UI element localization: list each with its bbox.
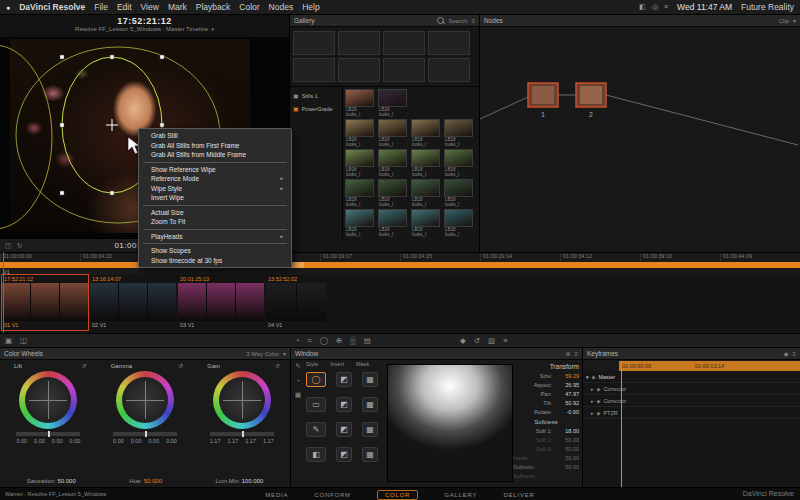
gallery-still[interactable]: LB18looks_I — [345, 149, 376, 177]
app-menu[interactable]: DaVinci Resolve — [19, 2, 85, 12]
gallery-still[interactable]: LB18looks_I — [411, 179, 442, 207]
context-menu-item[interactable]: Reference Mode▸ — [139, 174, 291, 184]
saturation-control[interactable]: Saturation: 50.000 — [27, 478, 76, 484]
context-menu-item[interactable]: Grab All Stills from Middle Frame — [139, 150, 291, 160]
keyframe-ruler[interactable]: 01:00:00:00 01:00:13:14 — [619, 361, 800, 371]
transform-value[interactable]: -0.90 — [555, 408, 579, 417]
menu-playback[interactable]: Playback — [196, 2, 231, 12]
gallery-still[interactable]: LB18looks_I — [411, 119, 442, 147]
linear-window-style-button[interactable]: ▭ — [306, 397, 326, 412]
keyframe-playhead[interactable] — [621, 361, 622, 487]
split-screen-icon[interactable]: ◫ — [20, 336, 27, 345]
transform-value[interactable]: 50.00 — [557, 463, 579, 472]
list-view-icon[interactable]: ≡ — [471, 18, 475, 24]
master-wheel-slider[interactable] — [113, 432, 177, 436]
timeline-scrubber[interactable] — [0, 262, 800, 268]
keyframe-track-ptzr-3[interactable]: ▸◆PTZR — [583, 407, 800, 419]
context-menu-item[interactable]: Show Scopes — [139, 246, 291, 256]
menu-nodes[interactable]: Nodes — [269, 2, 294, 12]
menu-file[interactable]: File — [94, 2, 108, 12]
tracker-icon[interactable]: ⊕ — [336, 336, 342, 345]
timeline-clip[interactable]: 13:52:52:0204 V1 — [266, 275, 326, 330]
refresh-icon[interactable]: ↺ — [474, 336, 480, 345]
keyframe-track-corrector-1[interactable]: ▸◆Corrector — [583, 383, 800, 395]
polygon-window-style-button[interactable]: ✎ — [306, 422, 326, 437]
caret-icon[interactable]: ▸ — [591, 410, 594, 416]
gallery-still[interactable]: LB18looks_I — [345, 89, 376, 117]
mask-button[interactable]: ▦ — [362, 397, 378, 412]
options-icon[interactable]: ≡ — [792, 351, 796, 357]
invert-button[interactable]: ◩ — [336, 422, 352, 437]
mask-button[interactable]: ▦ — [362, 447, 378, 462]
context-menu-item[interactable]: Zoom To Fit — [139, 217, 291, 227]
context-menu-item[interactable]: Show Reference Wipe — [139, 165, 291, 175]
timeline-clip[interactable]: 13:16:14:0702 V1 — [90, 275, 176, 330]
playhead[interactable] — [3, 252, 4, 333]
caret-icon[interactable]: ▸ — [591, 386, 594, 392]
gallery-still[interactable]: LB18looks_I — [345, 209, 376, 237]
gallery-still[interactable]: LB18looks_I — [378, 89, 409, 117]
window-icon[interactable]: ◯ — [320, 336, 328, 345]
gallery-still[interactable]: LB18looks_I — [345, 179, 376, 207]
context-menu-item[interactable]: Grab All Stills from First Frame — [139, 141, 291, 151]
gallery-empty-slot[interactable] — [293, 31, 335, 55]
transform-value[interactable]: 50.92 — [555, 399, 579, 408]
gallery-empty-slot[interactable] — [293, 58, 335, 82]
circle-window-style-button[interactable]: ◯ — [306, 372, 326, 387]
page-color[interactable]: COLOR — [377, 490, 418, 500]
notification-icon[interactable]: ≡ — [664, 3, 668, 11]
timeline-clip[interactable]: 20:01:25:1303 V1 — [178, 275, 264, 330]
window-mask-preview[interactable] — [387, 364, 513, 482]
transform-value[interactable]: 50.00 — [555, 436, 579, 445]
gallery-empty-slot[interactable] — [383, 58, 425, 82]
menu-edit[interactable]: Edit — [117, 2, 132, 12]
gradient-window-style-button[interactable]: ◧ — [306, 447, 326, 462]
gallery-still[interactable]: LB18looks_I — [378, 209, 409, 237]
camera-icon[interactable]: ▣ — [5, 336, 12, 345]
options-icon[interactable]: ≡ — [503, 336, 507, 345]
context-menu-item[interactable]: PlayHeads▸ — [139, 232, 291, 242]
gallery-still[interactable]: LB18looks_I — [378, 119, 409, 147]
transform-value[interactable]: 47.97 — [555, 390, 579, 399]
reset-icon[interactable]: ↺ — [82, 362, 87, 369]
menu-view[interactable]: View — [141, 2, 159, 12]
circle-tool-icon[interactable]: ◔ — [296, 377, 300, 384]
grid-tool-icon[interactable]: ▦ — [295, 391, 301, 399]
key-icon[interactable]: ▤ — [364, 336, 371, 345]
gallery-empty-slot[interactable] — [338, 31, 380, 55]
invert-button[interactable]: ◩ — [336, 372, 352, 387]
blur-icon[interactable]: ▒ — [350, 336, 355, 345]
gallery-still[interactable]: LB18looks_I — [444, 149, 475, 177]
curves-icon[interactable]: ≈ — [308, 336, 312, 345]
page-conform[interactable]: CONFORM — [314, 492, 351, 498]
apple-menu-icon[interactable]: ● — [6, 4, 10, 11]
menubar-user[interactable]: Future Reality — [741, 2, 794, 12]
page-deliver[interactable]: DELIVER — [503, 492, 534, 498]
color-wheel[interactable] — [116, 371, 174, 429]
search-icon[interactable] — [437, 17, 444, 24]
transform-value[interactable]: 59.29 — [555, 372, 579, 381]
gallery-search-label[interactable]: Search — [448, 18, 467, 24]
transform-value[interactable]: 50.00 — [555, 445, 579, 454]
hue-control[interactable]: Hue: 50.000 — [129, 478, 162, 484]
keyframe-track-master-0[interactable]: ▾◆Master — [583, 371, 800, 383]
color-wheel[interactable] — [213, 371, 271, 429]
menu-mark[interactable]: Mark — [168, 2, 187, 12]
timeline-selector[interactable]: Resolve FF_Lesson 5_Windows : Master Tim… — [0, 26, 289, 32]
context-menu-item[interactable]: Actual Size — [139, 208, 291, 218]
reset-icon[interactable]: ↺ — [275, 362, 280, 369]
gallery-empty-slot[interactable] — [383, 31, 425, 55]
gallery-still[interactable]: LB18looks_I — [345, 119, 376, 147]
wheel-mode-selector[interactable]: 3 Way Color — [246, 351, 279, 357]
page-media[interactable]: MEDIA — [265, 492, 288, 498]
gallery-still[interactable]: LB18looks_I — [378, 179, 409, 207]
transform-value[interactable]: 18.00 — [555, 427, 579, 436]
keyframe-icon[interactable]: ◆ — [460, 336, 466, 345]
gallery-still[interactable]: LB18looks_I — [378, 149, 409, 177]
menu-help[interactable]: Help — [302, 2, 319, 12]
gallery-still[interactable]: LB18looks_I — [444, 119, 475, 147]
gallery-still[interactable]: LB18looks_I — [411, 149, 442, 177]
mask-button[interactable]: ▦ — [362, 422, 378, 437]
lummix-control[interactable]: Lum Mix: 100.000 — [216, 478, 264, 484]
keyframe-icon[interactable]: ◆ — [784, 350, 789, 357]
